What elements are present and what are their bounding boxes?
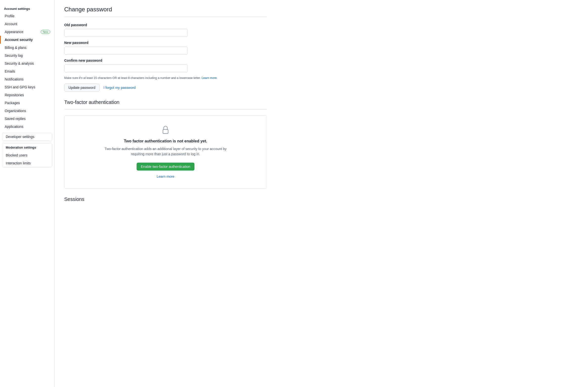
sidebar-link-notifications[interactable]: Notifications: [1, 75, 54, 83]
sidebar-label-blocked-users: Blocked users: [6, 153, 27, 157]
password-hint: Make sure it's at least 15 characters OR…: [64, 76, 267, 80]
sidebar-link-emails[interactable]: Emails: [1, 67, 54, 75]
enable-tfa-button[interactable]: Enable two-factor authentication: [137, 163, 194, 171]
sidebar-link-saved-replies[interactable]: Saved replies: [1, 115, 54, 123]
sidebar-item-appearance[interactable]: Appearance New: [0, 28, 54, 36]
sidebar-item-saved-replies[interactable]: Saved replies: [0, 115, 54, 123]
forgot-password-link[interactable]: I forgot my password: [104, 86, 136, 90]
hint-learn-more-link[interactable]: Learn more.: [202, 76, 218, 80]
moderation-settings-nav: Blocked users Interaction limits: [2, 151, 52, 167]
sidebar-label-applications: Applications: [5, 125, 23, 129]
sidebar-item-packages[interactable]: Packages: [0, 99, 54, 107]
sessions-title: Sessions: [64, 196, 267, 202]
sidebar-item-interaction-limits[interactable]: Interaction limits: [2, 159, 52, 167]
new-password-input[interactable]: [64, 47, 188, 55]
sidebar-link-account[interactable]: Account: [1, 20, 54, 28]
sidebar-label-interaction-limits: Interaction limits: [6, 161, 31, 165]
sidebar-label-repositories: Repositories: [5, 93, 24, 97]
account-settings-nav: Profile Account Appearance New Account s…: [0, 12, 54, 131]
sidebar-item-ssh-gpg[interactable]: SSH and GPG keys: [0, 83, 54, 91]
page-title: Change password: [64, 6, 267, 13]
sidebar-link-ssh-gpg[interactable]: SSH and GPG keys: [1, 83, 54, 91]
sidebar-label-account: Account: [5, 22, 17, 26]
tfa-section-title: Two-factor authentication: [64, 99, 267, 105]
sidebar-item-account[interactable]: Account: [0, 20, 54, 28]
sidebar-item-emails[interactable]: Emails: [0, 67, 54, 75]
sidebar-label-developer-settings: Developer settings: [6, 135, 34, 139]
main-content: Change password Old password New passwor…: [54, 0, 277, 387]
sidebar-item-profile[interactable]: Profile: [0, 12, 54, 20]
sidebar-label-emails: Emails: [5, 69, 15, 73]
sidebar-label-notifications: Notifications: [5, 77, 23, 81]
sidebar-label-security-log: Security log: [5, 54, 23, 58]
new-password-label: New password: [64, 41, 267, 45]
sidebar-item-account-security[interactable]: Account security: [0, 36, 54, 44]
sidebar-link-blocked-users[interactable]: Blocked users: [2, 151, 52, 159]
confirm-password-label: Confirm new password: [64, 58, 267, 62]
old-password-label: Old password: [64, 23, 267, 27]
svg-rect-0: [163, 130, 168, 134]
tfa-divider: [64, 109, 267, 109]
sidebar-item-blocked-users[interactable]: Blocked users: [2, 151, 52, 159]
confirm-password-group: Confirm new password: [64, 58, 267, 72]
tfa-learn-more-link[interactable]: Learn more: [70, 174, 261, 178]
sidebar-item-security-analysis[interactable]: Security & analysis: [0, 59, 54, 67]
sidebar-label-security-analysis: Security & analysis: [5, 61, 34, 65]
sidebar-item-billing[interactable]: Billing & plans: [0, 44, 54, 52]
password-form-actions: Update password I forgot my password: [64, 84, 267, 92]
sidebar-label-ssh-gpg: SSH and GPG keys: [5, 85, 35, 89]
sidebar-item-security-log[interactable]: Security log: [0, 52, 54, 59]
sidebar-item-notifications[interactable]: Notifications: [0, 75, 54, 83]
sidebar-item-developer-settings[interactable]: Developer settings: [2, 133, 52, 141]
tfa-not-enabled-title: Two factor authentication is not enabled…: [70, 139, 261, 143]
hint-text: Make sure it's at least 15 characters OR…: [64, 76, 201, 80]
sidebar-item-organizations[interactable]: Organizations: [0, 107, 54, 115]
sidebar-link-organizations[interactable]: Organizations: [1, 107, 54, 115]
lock-icon: [161, 125, 170, 135]
account-settings-title: Account settings: [0, 5, 54, 12]
sidebar-link-repositories[interactable]: Repositories: [1, 91, 54, 99]
tfa-box: Two factor authentication is not enabled…: [64, 115, 267, 189]
developer-settings-nav: Developer settings: [2, 133, 52, 141]
sidebar-link-billing[interactable]: Billing & plans: [1, 44, 54, 52]
sidebar-label-appearance: Appearance: [5, 30, 23, 34]
sidebar-link-appearance[interactable]: Appearance New: [1, 28, 54, 36]
sidebar-link-packages[interactable]: Packages: [1, 99, 54, 107]
confirm-password-input[interactable]: [64, 64, 188, 72]
sidebar-link-developer-settings[interactable]: Developer settings: [2, 133, 52, 141]
developer-settings-box: Developer settings: [2, 133, 52, 141]
old-password-input[interactable]: [64, 29, 188, 37]
moderation-settings-title: Moderation settings: [2, 143, 52, 151]
moderation-settings-box: Moderation settings Blocked users Intera…: [2, 143, 52, 167]
sidebar-label-organizations: Organizations: [5, 109, 26, 113]
new-password-group: New password: [64, 41, 267, 55]
title-divider: [64, 17, 267, 17]
sidebar: Account settings Profile Account Appeara…: [0, 0, 54, 387]
sidebar-label-account-security: Account security: [5, 38, 33, 42]
sidebar-link-applications[interactable]: Applications: [1, 123, 54, 131]
sidebar-link-interaction-limits[interactable]: Interaction limits: [2, 159, 52, 167]
sidebar-item-repositories[interactable]: Repositories: [0, 91, 54, 99]
sidebar-label-packages: Packages: [5, 101, 20, 105]
sidebar-link-security-analysis[interactable]: Security & analysis: [1, 59, 54, 67]
sidebar-link-security-log[interactable]: Security log: [1, 52, 54, 59]
sidebar-link-profile[interactable]: Profile: [1, 12, 54, 20]
sidebar-link-account-security[interactable]: Account security: [1, 36, 54, 44]
sidebar-label-saved-replies: Saved replies: [5, 117, 26, 121]
update-password-button[interactable]: Update password: [64, 84, 100, 92]
appearance-new-badge: New: [41, 30, 50, 34]
sidebar-label-profile: Profile: [5, 14, 15, 18]
sidebar-label-billing: Billing & plans: [5, 46, 26, 50]
old-password-group: Old password: [64, 23, 267, 37]
tfa-description: Two-factor authentication adds an additi…: [104, 146, 227, 157]
sidebar-item-applications[interactable]: Applications: [0, 123, 54, 131]
